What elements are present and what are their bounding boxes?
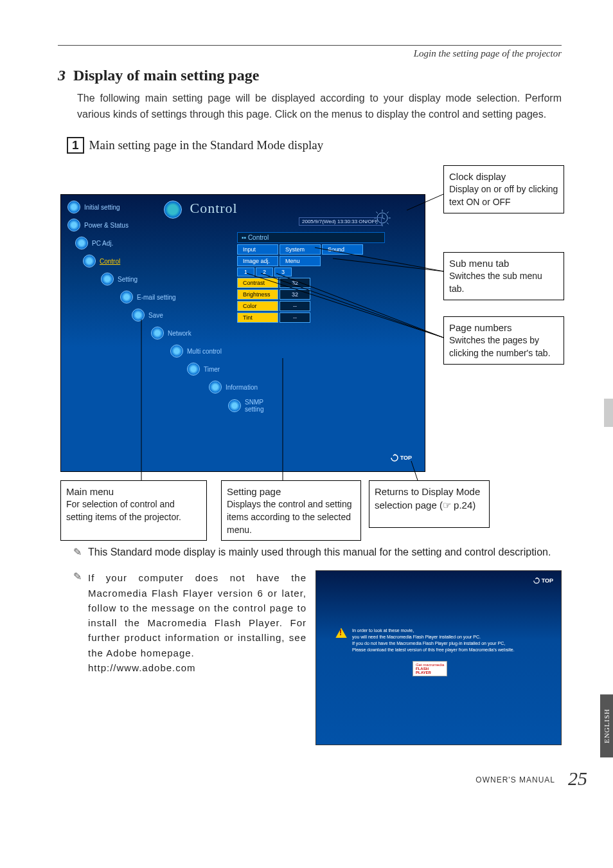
menu-icon bbox=[67, 201, 80, 213]
menu-icon bbox=[120, 291, 133, 303]
svg-line-7 bbox=[376, 212, 377, 213]
submenu-tab[interactable]: System bbox=[280, 244, 321, 255]
submenu-tab[interactable]: Image adj. bbox=[237, 256, 278, 266]
section-title: 3 Display of main setting page bbox=[58, 67, 562, 84]
menu-item-multi-control[interactable]: Multi control bbox=[170, 342, 228, 360]
sub-step-number: 1 bbox=[67, 137, 84, 154]
submenu-tab[interactable]: Menu bbox=[280, 256, 321, 266]
panel-title: ▪▪ Control bbox=[237, 232, 385, 243]
setting-value[interactable]: 32 bbox=[280, 289, 310, 300]
note-flash-player: ✎ If your computer does not have the Mac… bbox=[73, 570, 306, 745]
pencil-icon: ✎ bbox=[73, 570, 82, 745]
menu-item-network[interactable]: Network bbox=[151, 324, 228, 342]
menu-icon bbox=[187, 363, 200, 375]
page-tab[interactable]: 2 bbox=[256, 267, 273, 276]
svg-line-2 bbox=[382, 218, 385, 219]
svg-line-9 bbox=[387, 212, 388, 213]
top-button[interactable]: TOP bbox=[533, 577, 553, 584]
menu-icon bbox=[83, 255, 96, 267]
step-number: 3 bbox=[58, 67, 66, 84]
setting-value[interactable]: 32 bbox=[280, 278, 310, 288]
intro-paragraph: The following main setting page will be … bbox=[77, 91, 562, 123]
main-setting-screenshot: Control 2005/9/7(Wed) 13:30:33 ON/OFF In… bbox=[60, 194, 425, 472]
callout-setting-page: Setting page Displays the control and se… bbox=[221, 480, 361, 541]
callout-clock: Clock display Display on or off by click… bbox=[443, 165, 564, 213]
menu-icon bbox=[228, 399, 241, 412]
section-title-text: Display of main setting page bbox=[73, 67, 259, 84]
callout-returns: Returns to Display Mode selection page (… bbox=[369, 480, 490, 528]
setting-panel: ▪▪ Control InputSystemSound Image adj.Me… bbox=[237, 232, 385, 323]
warning-icon bbox=[335, 628, 347, 638]
menu-icon bbox=[170, 345, 183, 357]
top-button[interactable]: TOP bbox=[391, 454, 412, 462]
page-number: 25 bbox=[568, 768, 587, 790]
note-standard-mode: ✎ This Standard mode display is mainly u… bbox=[73, 545, 562, 560]
menu-icon bbox=[67, 219, 80, 231]
get-flash-button[interactable]: Get macromedia FLASHPLAYER bbox=[413, 661, 447, 676]
flash-warning-screenshot: TOP In order to look at these movie, you… bbox=[315, 570, 562, 745]
menu-item-timer[interactable]: Timer bbox=[187, 360, 228, 378]
menu-icon bbox=[151, 327, 164, 339]
menu-item-power-status[interactable]: Power & Status bbox=[67, 216, 228, 234]
adobe-url: http://www.adobe.com bbox=[88, 662, 196, 673]
menu-item-initial-setting[interactable]: Initial setting bbox=[67, 198, 228, 216]
sub-title-text: Main setting page in the Standard Mode d… bbox=[89, 138, 324, 152]
setting-label: Brightness bbox=[237, 289, 278, 300]
setting-label: Tint bbox=[237, 312, 278, 323]
callout-submenu: Sub menu tab Switches the sub menu tab. bbox=[443, 252, 564, 300]
flash-warning-text: In order to look at these movie, you wil… bbox=[352, 628, 515, 653]
menu-item-information[interactable]: Information bbox=[209, 378, 228, 396]
callout-page-numbers: Page numbers Switches the pages by click… bbox=[443, 316, 564, 364]
figure: Control 2005/9/7(Wed) 13:30:33 ON/OFF In… bbox=[58, 165, 562, 545]
language-tab: ENGLISH bbox=[600, 694, 613, 757]
page-header: Login the setting page of the projector bbox=[58, 48, 562, 59]
setting-value[interactable]: -- bbox=[280, 312, 310, 323]
callout-main-menu: Main menu For selection of control and s… bbox=[60, 480, 207, 541]
main-menu-list: Initial settingPower & StatusPC Adj.Cont… bbox=[67, 198, 228, 415]
svg-line-8 bbox=[387, 223, 388, 224]
menu-item-save[interactable]: Save bbox=[132, 306, 228, 324]
pencil-icon: ✎ bbox=[73, 545, 82, 560]
setting-label: Color bbox=[237, 301, 278, 311]
page-tab[interactable]: 1 bbox=[237, 267, 254, 276]
submenu-tab[interactable]: Sound bbox=[322, 244, 363, 255]
menu-item-control[interactable]: Control bbox=[83, 252, 228, 270]
menu-icon bbox=[132, 309, 145, 321]
menu-item-e-mail-setting[interactable]: E-mail setting bbox=[120, 288, 228, 306]
date-on-off-bar[interactable]: 2005/9/7(Wed) 13:30:33 ON/OFF bbox=[299, 217, 382, 226]
setting-label: Contrast bbox=[237, 278, 278, 288]
menu-item-pc-adj-[interactable]: PC Adj. bbox=[75, 234, 228, 252]
menu-icon bbox=[75, 237, 88, 249]
footer-label: OWNER'S MANUAL bbox=[475, 775, 555, 784]
menu-item-setting[interactable]: Setting bbox=[101, 270, 228, 288]
menu-icon bbox=[101, 273, 114, 285]
index-tab bbox=[604, 399, 613, 427]
sub-title: 1 Main setting page in the Standard Mode… bbox=[67, 137, 562, 154]
submenu-tab[interactable]: Input bbox=[237, 244, 278, 255]
menu-icon bbox=[209, 381, 222, 393]
setting-value[interactable]: -- bbox=[280, 301, 310, 311]
page-tab[interactable]: 3 bbox=[274, 267, 292, 276]
